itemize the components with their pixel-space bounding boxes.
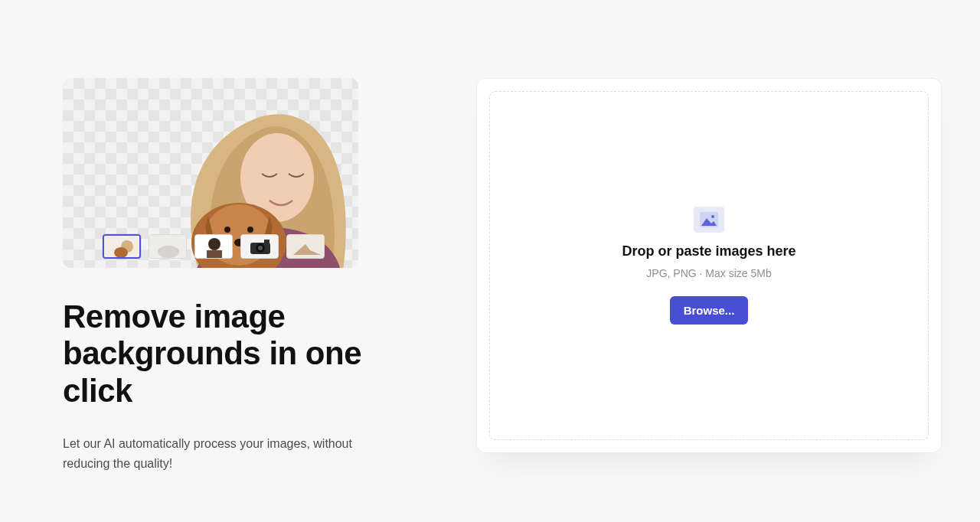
svg-point-10 <box>158 246 179 258</box>
sample-thumb-3[interactable] <box>194 234 233 259</box>
svg-point-17 <box>258 246 263 250</box>
sample-thumb-5[interactable] <box>286 234 325 259</box>
image-icon <box>694 207 724 233</box>
svg-rect-13 <box>207 250 222 259</box>
upload-card: Drop or paste images here JPG, PNG · Max… <box>476 78 942 453</box>
sample-thumbnail-strip <box>103 234 325 259</box>
svg-point-8 <box>114 247 128 258</box>
sample-thumb-1[interactable] <box>103 234 141 259</box>
page-headline: Remove image backgrounds in one click <box>63 299 384 409</box>
intro-column: Remove image backgrounds in one click Le… <box>63 78 384 475</box>
hero-demo-image <box>63 78 358 268</box>
upload-dropzone[interactable]: Drop or paste images here JPG, PNG · Max… <box>489 91 929 440</box>
page-subheadline: Let our AI automatically process your im… <box>63 434 369 475</box>
svg-point-12 <box>208 238 220 250</box>
svg-rect-18 <box>264 240 270 243</box>
svg-point-21 <box>711 215 714 218</box>
svg-point-3 <box>224 227 230 233</box>
dropzone-hint: JPG, PNG · Max size 5Mb <box>646 267 771 279</box>
sample-thumb-4[interactable] <box>240 234 279 259</box>
upload-column: Drop or paste images here JPG, PNG · Max… <box>476 78 942 475</box>
browse-button[interactable]: Browse... <box>670 296 749 325</box>
dropzone-title: Drop or paste images here <box>622 243 795 259</box>
sample-thumb-2[interactable] <box>149 234 187 259</box>
svg-point-4 <box>247 227 253 233</box>
